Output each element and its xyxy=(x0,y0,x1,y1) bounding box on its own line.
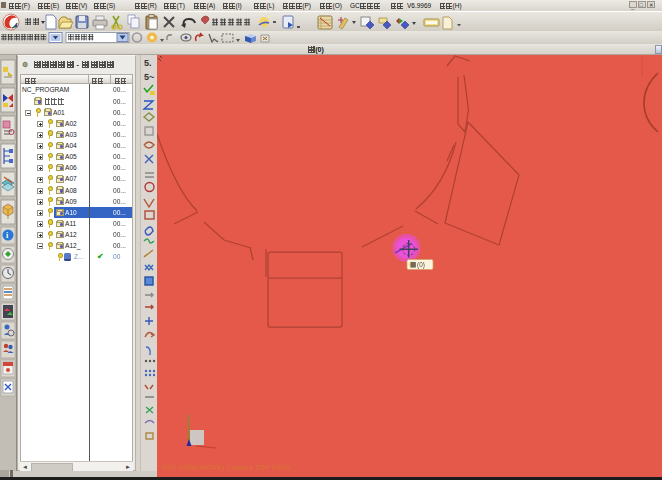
svg-text:(0): (0) xyxy=(417,261,425,269)
svg-text:5.: 5. xyxy=(144,58,152,68)
svg-text:5~: 5~ xyxy=(144,72,154,82)
